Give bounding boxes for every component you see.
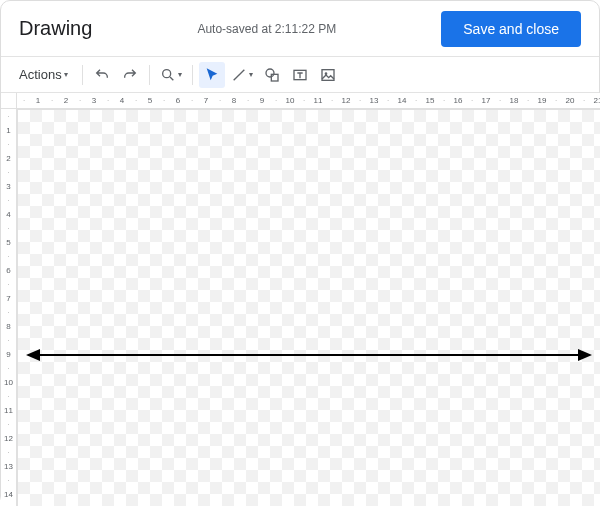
redo-button[interactable]	[117, 62, 143, 88]
ruler-tick: ·	[1, 417, 16, 431]
ruler-tick: 4	[115, 96, 129, 105]
ruler-tick: 6	[1, 263, 16, 277]
ruler-tick: ·	[101, 96, 115, 105]
ruler-tick: 2	[59, 96, 73, 105]
ruler-tick: ·	[17, 96, 31, 105]
svg-rect-6	[322, 69, 334, 80]
autosave-status: Auto-saved at 2:11:22 PM	[92, 22, 441, 36]
ruler-tick: ·	[45, 96, 59, 105]
ruler-tick: ·	[353, 96, 367, 105]
textbox-tool-button[interactable]	[287, 62, 313, 88]
image-tool-button[interactable]	[315, 62, 341, 88]
ruler-tick: 8	[227, 96, 241, 105]
ruler-tick: 12	[339, 96, 353, 105]
ruler-tick: 9	[1, 347, 16, 361]
dialog-title: Drawing	[19, 17, 92, 40]
ruler-tick: 20	[563, 96, 577, 105]
ruler-tick: ·	[381, 96, 395, 105]
svg-line-1	[170, 77, 173, 80]
ruler-tick: 3	[1, 179, 16, 193]
ruler-tick: ·	[493, 96, 507, 105]
ruler-tick: 1	[1, 123, 16, 137]
ruler-tick: 5	[1, 235, 16, 249]
redo-icon	[122, 67, 138, 83]
ruler-tick: 8	[1, 319, 16, 333]
ruler-tick: ·	[1, 137, 16, 151]
line-icon	[231, 67, 247, 83]
ruler-tick: ·	[213, 96, 227, 105]
ruler-tick: 6	[171, 96, 185, 105]
ruler-tick: ·	[297, 96, 311, 105]
ruler-tick: 15	[423, 96, 437, 105]
ruler-tick: 2	[1, 151, 16, 165]
ruler-tick: ·	[325, 96, 339, 105]
zoom-icon	[160, 67, 176, 83]
save-and-close-button[interactable]: Save and close	[441, 11, 581, 47]
actions-menu-button[interactable]: Actions ▾	[11, 62, 76, 88]
ruler-tick: 10	[283, 96, 297, 105]
caret-down-icon: ▾	[249, 70, 253, 79]
undo-icon	[94, 67, 110, 83]
shape-icon	[264, 67, 280, 83]
ruler-tick: 4	[1, 207, 16, 221]
select-tool-button[interactable]	[199, 62, 225, 88]
ruler-tick: 3	[87, 96, 101, 105]
ruler-tick: ·	[129, 96, 143, 105]
ruler-tick: ·	[1, 389, 16, 403]
ruler-tick: 7	[1, 291, 16, 305]
textbox-icon	[292, 67, 308, 83]
ruler-tick: ·	[1, 473, 16, 487]
ruler-vertical[interactable]: ·1·2·3·4·5·6·7·8·9·10·11·12·13·14	[1, 109, 17, 506]
undo-button[interactable]	[89, 62, 115, 88]
ruler-tick: ·	[73, 96, 87, 105]
ruler-tick: 21	[591, 96, 600, 105]
svg-line-2	[233, 69, 244, 80]
ruler-tick: 13	[367, 96, 381, 105]
ruler-tick: 16	[451, 96, 465, 105]
zoom-button[interactable]: ▾	[156, 62, 186, 88]
ruler-tick: 5	[143, 96, 157, 105]
dialog-root: Drawing Auto-saved at 2:11:22 PM Save an…	[0, 0, 600, 506]
ruler-tick: ·	[437, 96, 451, 105]
ruler-tick: ·	[185, 96, 199, 105]
toolbar-separator	[192, 65, 193, 85]
svg-rect-4	[271, 74, 278, 81]
ruler-tick: ·	[157, 96, 171, 105]
ruler-tick: ·	[577, 96, 591, 105]
dialog-header: Drawing Auto-saved at 2:11:22 PM Save an…	[1, 1, 599, 57]
toolbar-separator	[82, 65, 83, 85]
ruler-tick: ·	[1, 333, 16, 347]
ruler-tick: 19	[535, 96, 549, 105]
ruler-tick: 18	[507, 96, 521, 105]
ruler-tick: 10	[1, 375, 16, 389]
ruler-horizontal[interactable]: ·1·2·3·4·5·6·7·8·9·10·11·12·13·14·15·16·…	[17, 93, 600, 109]
workspace: ·1·2·3·4·5·6·7·8·9·10·11·12·13·14·15·16·…	[1, 93, 600, 506]
image-icon	[320, 67, 336, 83]
ruler-tick: ·	[521, 96, 535, 105]
line-tool-button[interactable]: ▾	[227, 62, 257, 88]
ruler-tick: 14	[1, 487, 16, 501]
ruler-tick: 11	[1, 403, 16, 417]
ruler-tick: ·	[1, 277, 16, 291]
ruler-tick: ·	[1, 193, 16, 207]
caret-down-icon: ▾	[178, 70, 182, 79]
toolbar: Actions ▾ ▾ ▾	[1, 57, 599, 93]
arrowhead-left-icon	[26, 349, 40, 361]
svg-point-0	[162, 69, 170, 77]
ruler-tick: 7	[199, 96, 213, 105]
ruler-tick: 9	[255, 96, 269, 105]
ruler-tick: ·	[241, 96, 255, 105]
ruler-tick: ·	[409, 96, 423, 105]
arrowhead-right-icon	[578, 349, 592, 361]
svg-point-3	[266, 69, 274, 77]
ruler-tick: ·	[1, 249, 16, 263]
caret-down-icon: ▾	[64, 70, 68, 79]
ruler-tick: 13	[1, 459, 16, 473]
ruler-tick: ·	[269, 96, 283, 105]
toolbar-separator	[149, 65, 150, 85]
shape-tool-button[interactable]	[259, 62, 285, 88]
select-icon	[204, 67, 220, 83]
double-arrow-shape[interactable]	[26, 348, 592, 362]
drawing-canvas[interactable]	[17, 109, 600, 506]
ruler-tick: ·	[1, 109, 16, 123]
